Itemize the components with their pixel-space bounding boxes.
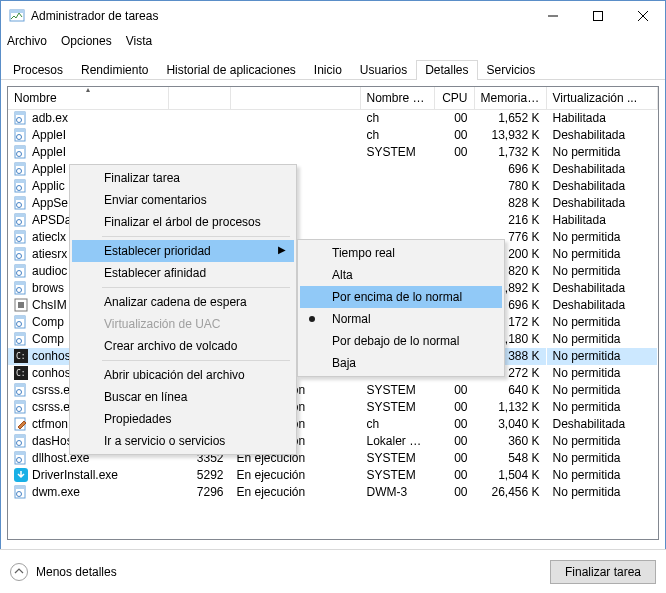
fewer-details-label[interactable]: Menos detalles (36, 565, 117, 579)
svg-rect-1 (10, 10, 24, 13)
process-name: AppleI (32, 145, 66, 159)
process-icon (14, 332, 28, 346)
col-virt[interactable]: Virtualización ... (546, 87, 658, 110)
process-virt: No permitida (546, 331, 658, 348)
process-status (230, 144, 360, 161)
col-mem[interactable]: Memoria (... (474, 87, 546, 110)
menu-item[interactable]: Propiedades (72, 408, 294, 430)
svg-rect-13 (15, 146, 25, 149)
process-name: adb.ex (32, 111, 68, 125)
submenu-item[interactable]: Por debajo de lo normal (300, 330, 502, 352)
submenu-item[interactable]: Por encima de lo normal (300, 286, 502, 308)
submenu-item[interactable]: Normal (300, 308, 502, 330)
process-icon: C: (14, 349, 28, 363)
process-status (230, 127, 360, 144)
svg-rect-16 (15, 163, 25, 166)
menu-item[interactable]: Analizar cadena de espera (72, 291, 294, 313)
menu-item[interactable]: Ir a servicio o servicios (72, 430, 294, 452)
menu-item[interactable]: Finalizar tarea (72, 167, 294, 189)
process-icon (14, 264, 28, 278)
menu-archivo[interactable]: Archivo (7, 34, 47, 48)
maximize-button[interactable] (575, 1, 620, 31)
tab-detalles[interactable]: Detalles (416, 60, 477, 80)
process-mem: 696 K (474, 161, 546, 178)
process-icon (14, 128, 28, 142)
process-virt: Deshabilitada (546, 195, 658, 212)
process-name: atiesrx (32, 247, 67, 261)
context-menu[interactable]: Finalizar tareaEnviar comentariosFinaliz… (69, 164, 297, 455)
process-virt: No permitida (546, 229, 658, 246)
menu-item[interactable]: Enviar comentarios (72, 189, 294, 211)
tab-servicios[interactable]: Servicios (478, 60, 545, 80)
priority-submenu[interactable]: Tiempo realAltaPor encima de lo normalNo… (297, 239, 505, 377)
col-name[interactable]: ▴Nombre (8, 87, 168, 110)
table-row[interactable]: DriverInstall.exe5292En ejecuciónSYSTEM0… (8, 467, 658, 484)
process-cpu: 00 (434, 399, 474, 416)
menu-item[interactable]: Establecer prioridad▶ (72, 240, 294, 262)
process-icon (14, 400, 28, 414)
table-row[interactable]: AppleIch0013,932 KDeshabilitada (8, 127, 658, 144)
tab-usuarios[interactable]: Usuarios (351, 60, 416, 80)
tab-procesos[interactable]: Procesos (4, 60, 72, 80)
process-pid (168, 127, 230, 144)
process-icon (14, 179, 28, 193)
menu-item[interactable]: Crear archivo de volcado (72, 335, 294, 357)
svg-rect-45 (15, 333, 25, 336)
submenu-item[interactable]: Tiempo real (300, 242, 502, 264)
submenu-item[interactable]: Baja (300, 352, 502, 374)
col-status[interactable] (230, 87, 360, 110)
process-cpu: 00 (434, 382, 474, 399)
process-user: SYSTEM (360, 450, 434, 467)
menu-item[interactable]: Abrir ubicación del archivo (72, 364, 294, 386)
tab-inicio[interactable]: Inicio (305, 60, 351, 80)
submenu-item[interactable]: Alta (300, 264, 502, 286)
minimize-button[interactable] (530, 1, 575, 31)
menubar: Archivo Opciones Vista (1, 31, 665, 51)
svg-text:C:: C: (16, 352, 26, 361)
menu-item[interactable]: Buscar en línea (72, 386, 294, 408)
process-status: En ejecución (230, 467, 360, 484)
process-icon (14, 145, 28, 159)
process-virt: No permitida (546, 348, 658, 365)
process-name: DriverInstall.exe (32, 468, 118, 482)
process-icon (14, 434, 28, 448)
process-mem: 216 K (474, 212, 546, 229)
svg-rect-7 (15, 112, 25, 115)
table-row[interactable]: adb.exch001,652 KHabilitada (8, 110, 658, 128)
process-name: audioc (32, 264, 67, 278)
process-virt: No permitida (546, 450, 658, 467)
process-virt: Habilitada (546, 212, 658, 229)
col-pid[interactable] (168, 87, 230, 110)
process-cpu: 00 (434, 467, 474, 484)
process-cpu (434, 212, 474, 229)
svg-rect-25 (15, 214, 25, 217)
process-user: SYSTEM (360, 382, 434, 399)
footer: Menos detalles Finalizar tarea (0, 549, 666, 593)
svg-rect-34 (15, 265, 25, 268)
process-mem: 1,132 K (474, 399, 546, 416)
menu-item[interactable]: Establecer afinidad (72, 262, 294, 284)
col-cpu[interactable]: CPU (434, 87, 474, 110)
process-name: Comp (32, 332, 64, 346)
menu-opciones[interactable]: Opciones (61, 34, 112, 48)
close-button[interactable] (620, 1, 665, 31)
process-user (360, 195, 434, 212)
table-row[interactable]: AppleISYSTEM001,732 KNo permitida (8, 144, 658, 161)
process-name: Applic (32, 179, 65, 193)
tab-rendimiento[interactable]: Rendimiento (72, 60, 157, 80)
process-cpu: 00 (434, 416, 474, 433)
process-user: SYSTEM (360, 144, 434, 161)
menu-vista[interactable]: Vista (126, 34, 152, 48)
fewer-details-icon[interactable] (10, 563, 28, 581)
process-user: DWM-3 (360, 484, 434, 501)
tab-historial[interactable]: Historial de aplicaciones (157, 60, 304, 80)
menu-item[interactable]: Finalizar el árbol de procesos (72, 211, 294, 233)
process-icon (14, 315, 28, 329)
process-virt: No permitida (546, 144, 658, 161)
process-virt: No permitida (546, 365, 658, 382)
process-mem: 13,932 K (474, 127, 546, 144)
col-user[interactable]: Nombre d... (360, 87, 434, 110)
end-task-button[interactable]: Finalizar tarea (550, 560, 656, 584)
process-pid (168, 144, 230, 161)
table-row[interactable]: dwm.exe7296En ejecuciónDWM-30026,456 KNo… (8, 484, 658, 501)
